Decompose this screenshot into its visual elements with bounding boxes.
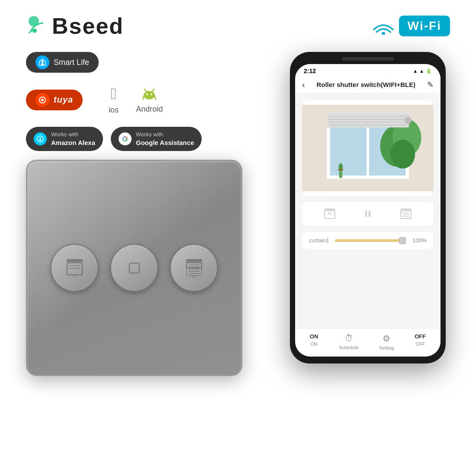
wifi-area: Wi-Fi [372,16,450,36]
bseed-logo-icon [26,15,48,37]
nav-setting-icon: ⚙ [383,333,390,344]
svg-rect-35 [302,105,327,191]
slider-row: curtain1 100% [302,232,434,249]
os-icons-row:  ios Android [109,85,163,115]
svg-line-12 [143,96,144,100]
ios-label: ios [109,106,119,115]
open-button[interactable] [51,244,98,292]
svg-point-2 [382,32,385,35]
svg-rect-57 [325,209,335,210]
switch-panel [26,160,242,376]
android-label: Android [136,105,163,114]
edit-button[interactable]: ✎ [427,80,434,90]
android-icon [141,86,158,102]
svg-rect-61 [401,209,411,210]
back-button[interactable]: ‹ [302,80,305,90]
logo-text: Bseed [52,13,124,39]
svg-rect-38 [302,179,434,191]
main-content: Smart Life tuya  ios [0,43,476,385]
wifi-badge: Wi-Fi [399,16,450,36]
svg-line-10 [145,89,146,91]
nav-schedule-label: Schedule [339,345,359,350]
ios-item:  ios [109,85,119,115]
works-with-google-label: Works with [136,131,194,138]
alexa-icon [34,132,47,145]
svg-point-9 [151,93,152,95]
tuya-label: tuya [54,95,73,105]
curtain-label: curtain1 [309,237,331,244]
smart-life-icon [35,55,49,69]
tuya-icon [35,93,49,107]
nav-on-label: ON [310,341,318,347]
phone-bottom-nav: ON ON ⏱ Schedule ⚙ Setting OFF OFF [295,328,441,357]
works-row: Works with Amazon Alexa [26,127,268,151]
smart-life-label: Smart Life [54,58,89,67]
stop-button[interactable] [110,244,158,292]
svg-rect-23 [129,263,139,273]
works-amazon-badge: Works with Amazon Alexa [26,127,103,151]
svg-point-5 [41,99,44,101]
phone-main: curtain1 100% [295,93,441,328]
switch-buttons [51,244,218,292]
svg-rect-24 [187,260,202,261]
nav-on-icon: ON [310,333,318,340]
works-google-badge: Works with Google Assistance [111,127,202,151]
svg-rect-17 [67,260,82,261]
google-icon [119,132,132,145]
nav-schedule[interactable]: ⏱ Schedule [339,333,359,351]
status-time: 2:12 [304,68,316,74]
svg-rect-18 [67,263,82,275]
nav-on[interactable]: ON ON [310,333,318,351]
control-close-icon[interactable] [397,205,415,222]
works-with-amazon-label: Works with [51,131,95,138]
android-item: Android [136,86,163,114]
wifi-status-icon: ▲ [419,68,424,74]
phone-frame: 2:12 ▲ ▲ 🔋 ‹ Roller shutter switch(WIFI+… [290,52,446,363]
wifi-signal-icon [372,17,395,35]
svg-rect-54 [339,170,343,178]
control-open-icon[interactable] [321,205,338,222]
nav-off-icon: OFF [415,333,426,340]
svg-rect-56 [338,169,343,170]
status-icons: ▲ ▲ 🔋 [413,68,432,74]
slider-handle[interactable] [399,237,406,244]
signal-icon: ▲ [413,68,418,74]
window-svg [302,100,434,196]
svg-rect-16 [125,138,127,139]
nav-schedule-icon: ⏱ [344,333,353,343]
tuya-badge: tuya [26,90,83,110]
works-amazon-text: Works with Amazon Alexa [51,131,95,147]
phone-header: ‹ Roller shutter switch(WIFI+BLE) ✎ [295,76,441,93]
phone-notch [342,57,394,61]
nav-off[interactable]: OFF OFF [415,333,426,351]
nav-setting[interactable]: ⚙ Setting [379,333,394,351]
smart-life-badge: Smart Life [26,52,99,73]
close-button[interactable] [170,244,218,292]
amazon-brand-label: Amazon Alexa [51,138,95,147]
curtain-slider[interactable] [335,239,405,242]
control-icons-row [302,202,434,226]
svg-rect-3 [41,63,44,65]
svg-rect-37 [302,105,434,113]
phone-title: Roller shutter switch(WIFI+BLE) [309,81,424,88]
right-column: 2:12 ▲ ▲ 🔋 ‹ Roller shutter switch(WIFI+… [286,52,450,376]
slider-fill [335,239,402,242]
tuya-os-row: tuya  ios [26,80,268,119]
svg-rect-60 [369,211,370,217]
svg-line-13 [155,96,156,100]
logo-area: Bseed [26,13,124,39]
google-brand-label: Google Assistance [136,138,194,147]
header: Bseed Wi-Fi [0,0,476,43]
control-pause-icon[interactable] [359,205,376,222]
battery-icon: 🔋 [426,68,432,74]
smart-life-row: Smart Life [26,52,268,73]
svg-point-47 [390,140,415,169]
svg-point-8 [146,93,148,95]
curtain-value: 100% [409,237,427,244]
svg-rect-48 [327,113,409,127]
works-google-text: Works with Google Assistance [136,131,194,147]
svg-point-1 [32,29,37,33]
window-illustration [302,100,434,196]
nav-setting-label: Setting [379,345,394,351]
svg-point-55 [339,163,343,170]
